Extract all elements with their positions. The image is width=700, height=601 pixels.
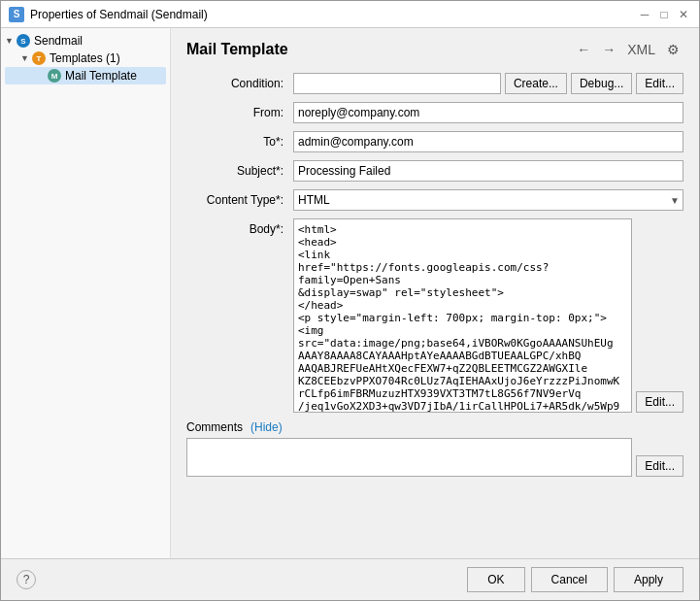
templates-icon: T (32, 51, 46, 65)
condition-label: Condition: (186, 77, 293, 90)
panel-header: Mail Template ← → XML ⚙ (186, 40, 683, 59)
main-window: S Properties of Sendmail (Sendmail) ─ □ … (0, 0, 700, 601)
comments-label: Comments (186, 420, 243, 434)
maximize-button[interactable]: □ (656, 7, 672, 22)
help-button[interactable]: ? (17, 570, 36, 589)
title-bar: S Properties of Sendmail (Sendmail) ─ □ … (1, 1, 699, 28)
create-button[interactable]: Create... (505, 73, 567, 94)
comments-section: Comments (Hide) Edit... (186, 420, 683, 477)
body-row: Body*: <html> <head> <link href="https:/… (186, 218, 683, 413)
bottom-left: ? (17, 570, 36, 589)
sidebar-item-templates-label: Templates (1) (50, 51, 120, 65)
xml-button[interactable]: XML (623, 40, 659, 59)
subject-row: Subject*: (186, 160, 683, 182)
sidebar-item-sendmail-label: Sendmail (34, 34, 83, 48)
bottom-right: OK Cancel Apply (467, 567, 683, 592)
close-button[interactable]: ✕ (676, 7, 691, 22)
content-type-label: Content Type*: (186, 193, 293, 207)
settings-button[interactable]: ⚙ (663, 40, 683, 59)
sidebar: ▼ S Sendmail ▼ T Templates (1) M (1, 28, 171, 558)
panel-toolbar: ← → XML ⚙ (573, 40, 683, 59)
subject-control (293, 160, 683, 182)
content-type-row: Content Type*: HTML Plain Text ▼ (186, 189, 683, 211)
sidebar-item-sendmail[interactable]: ▼ S Sendmail (5, 32, 166, 50)
comments-edit-button[interactable]: Edit... (636, 455, 683, 477)
tree-arrow-mail-template (36, 71, 48, 81)
mail-template-icon: M (48, 69, 61, 83)
hide-link[interactable]: (Hide) (250, 420, 283, 434)
to-input[interactable] (293, 131, 683, 152)
panel-title: Mail Template (186, 41, 288, 58)
app-icon: S (9, 7, 24, 22)
from-label: From: (186, 106, 293, 119)
content-type-select-wrapper: HTML Plain Text ▼ (293, 189, 683, 211)
sidebar-item-mail-template-label: Mail Template (65, 69, 137, 83)
to-row: To*: (186, 131, 683, 152)
condition-edit-button[interactable]: Edit... (636, 73, 683, 94)
from-input[interactable] (293, 102, 683, 123)
ok-button[interactable]: OK (467, 567, 524, 592)
cancel-button[interactable]: Cancel (531, 567, 608, 592)
window-controls: ─ □ ✕ (637, 7, 691, 22)
forward-button[interactable]: → (598, 40, 619, 59)
subject-input[interactable] (293, 160, 683, 182)
bottom-bar: ? OK Cancel Apply (1, 558, 699, 600)
condition-row: Condition: Create... Debug... Edit... (186, 73, 683, 94)
body-label: Body*: (186, 218, 293, 236)
tree-arrow-sendmail: ▼ (5, 36, 17, 46)
comments-header: Comments (Hide) (186, 420, 683, 434)
from-row: From: (186, 102, 683, 123)
tree-arrow-templates: ▼ (20, 53, 32, 63)
body-textarea-wrapper: <html> <head> <link href="https://fonts.… (293, 218, 632, 413)
to-label: To*: (186, 135, 293, 149)
comments-row: Edit... (186, 438, 683, 477)
body-textarea[interactable]: <html> <head> <link href="https://fonts.… (293, 218, 632, 413)
condition-control: Create... Debug... Edit... (293, 73, 683, 94)
comments-textarea[interactable] (186, 438, 632, 477)
sidebar-item-templates[interactable]: ▼ T Templates (1) (5, 50, 166, 67)
back-button[interactable]: ← (573, 40, 594, 59)
condition-input[interactable] (293, 73, 501, 94)
debug-button[interactable]: Debug... (571, 73, 632, 94)
main-panel: Mail Template ← → XML ⚙ Condition: Creat… (171, 28, 699, 558)
to-control (293, 131, 683, 152)
content-type-select[interactable]: HTML Plain Text (293, 189, 683, 211)
body-edit-button[interactable]: Edit... (636, 391, 683, 413)
apply-button[interactable]: Apply (614, 567, 683, 592)
window-title: Properties of Sendmail (Sendmail) (30, 8, 208, 21)
subject-label: Subject*: (186, 164, 293, 178)
content-area: ▼ S Sendmail ▼ T Templates (1) M (1, 28, 699, 558)
content-type-control: HTML Plain Text ▼ (293, 189, 683, 211)
sendmail-icon: S (17, 34, 30, 48)
title-bar-left: S Properties of Sendmail (Sendmail) (9, 7, 208, 22)
sidebar-item-mail-template[interactable]: M Mail Template (5, 67, 166, 84)
from-control (293, 102, 683, 123)
minimize-button[interactable]: ─ (637, 7, 652, 22)
